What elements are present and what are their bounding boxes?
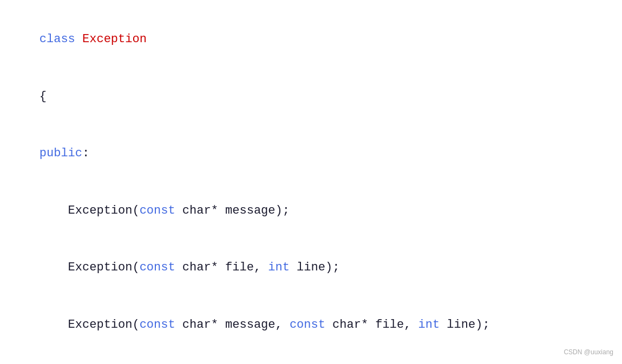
- code-line-7: [11, 353, 611, 364]
- code-line-3: public:: [11, 125, 611, 182]
- brace-open: {: [40, 90, 47, 103]
- watermark: CSDN @uuxiang: [564, 347, 613, 358]
- code-line-6: Exception(const char* message, const cha…: [11, 296, 611, 354]
- code-block: class Exception { public: Exception(cons…: [0, 0, 622, 364]
- keyword-class: class: [40, 32, 82, 46]
- class-name: Exception: [82, 32, 147, 46]
- code-line-2: {: [11, 68, 611, 125]
- code-line-5: Exception(const char* file, int line);: [11, 239, 611, 296]
- code-line-1: class Exception: [11, 11, 611, 68]
- code-line-4: Exception(const char* message);: [11, 182, 611, 240]
- keyword-public: public: [40, 147, 82, 160]
- colon: :: [82, 147, 89, 160]
